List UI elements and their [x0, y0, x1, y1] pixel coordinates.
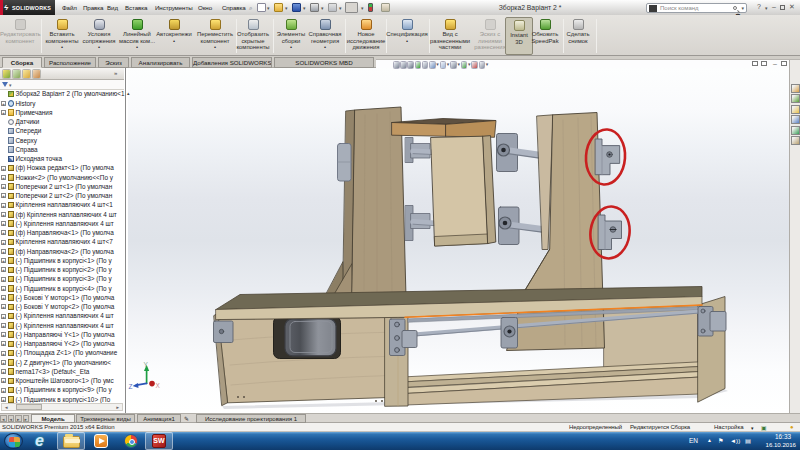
svg-text:X: X: [156, 382, 161, 389]
svg-text:Z: Z: [129, 383, 133, 390]
svg-text:Y: Y: [144, 361, 149, 368]
